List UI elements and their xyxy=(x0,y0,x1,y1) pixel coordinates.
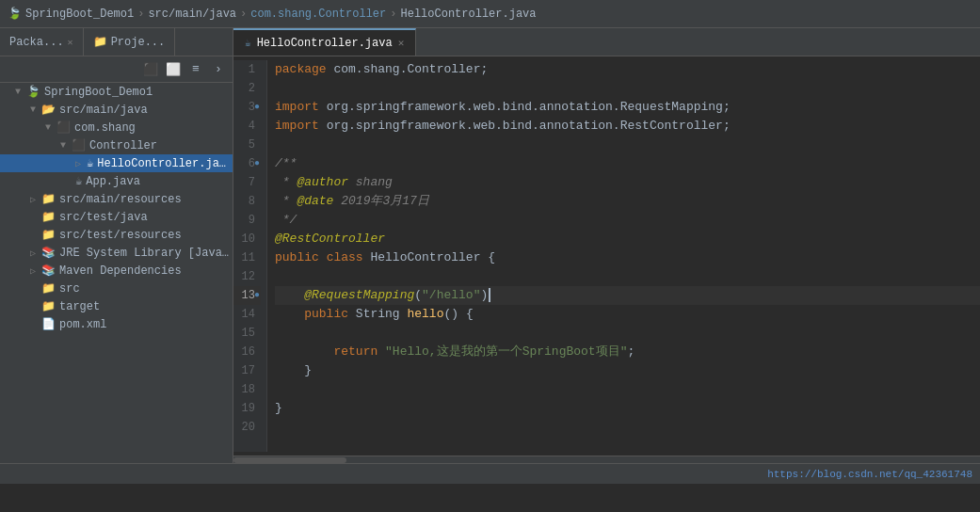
tree-item-src-test-resources[interactable]: 📁 src/test/resources xyxy=(0,226,233,244)
code-line-15 xyxy=(275,324,980,343)
code-line-19: } xyxy=(275,399,980,418)
editor-tab-label: HelloController.java xyxy=(257,37,393,50)
sidebar-tab-project-icon: 📁 xyxy=(93,35,107,49)
editor-tab-bar: ☕ HelloController.java ✕ xyxy=(233,28,980,56)
java-file-icon-2: ☕ xyxy=(75,174,82,188)
code-line-20 xyxy=(275,418,980,437)
status-bar: https://blog.csdn.net/qq_42361748 xyxy=(0,463,980,484)
folder-icon-2: 📁 xyxy=(41,210,56,224)
tree-item-src[interactable]: 📁 src xyxy=(0,280,233,297)
code-line-8: * @date 2019年3月17日 xyxy=(275,192,980,211)
tree-item-controller[interactable]: ▼ ⬛ Controller xyxy=(0,136,233,154)
code-line-3: ●import org.springframework.web.bind.ann… xyxy=(275,98,980,117)
tree-item-root[interactable]: ▼ 🍃 SpringBoot_Demo1 xyxy=(0,83,233,101)
code-line-10: @RestController xyxy=(275,230,980,248)
editor-tab-hello[interactable]: ☕ HelloController.java ✕ xyxy=(233,28,416,56)
tree-item-app[interactable]: ☕ App.java xyxy=(0,172,233,190)
code-line-18 xyxy=(275,380,980,399)
folder-icon-3: 📁 xyxy=(41,228,56,242)
package-icon-2: ⬛ xyxy=(72,138,86,152)
tab-java-icon: ☕ xyxy=(245,37,251,49)
scroll-thumb[interactable] xyxy=(233,457,346,463)
sidebar-tab-packages-close[interactable]: ✕ xyxy=(68,37,73,48)
code-line-11: public class HelloController { xyxy=(275,248,980,267)
spring-icon: 🍃 xyxy=(26,85,40,99)
sidebar-toolbar: ⬛ ⬜ ≡ › xyxy=(0,56,233,83)
code-line-1: package com.shang.Controller; xyxy=(275,60,980,79)
package-icon: ⬛ xyxy=(56,120,71,135)
horizontal-scrollbar[interactable] xyxy=(233,456,980,463)
code-line-13: ● @RequestMapping("/hello") xyxy=(275,286,980,305)
code-content[interactable]: 1 2 3 4 5 6 7 8 9 10 11 12 13 14 15 16 1… xyxy=(233,56,980,456)
tree-item-jre[interactable]: ▷ 📚 JRE System Library [JavaSE-1 xyxy=(0,244,233,262)
code-lines[interactable]: package com.shang.Controller; ●import or… xyxy=(267,60,980,452)
breadcrumb-icon: 🍃 xyxy=(8,7,22,21)
sidebar-tab-packages[interactable]: Packa... ✕ xyxy=(0,28,84,56)
folder-open-icon: 📂 xyxy=(41,103,56,117)
toolbar-sync-btn[interactable]: ⬛ xyxy=(140,59,161,80)
code-line-17: } xyxy=(275,361,980,380)
main-layout: Packa... ✕ 📁 Proje... ⬛ ⬜ ≡ › ▼ 🍃 Spring… xyxy=(0,28,980,463)
code-line-6: ●/** xyxy=(275,154,980,173)
code-editor[interactable]: ☕ HelloController.java ✕ 1 2 3 4 5 6 7 8… xyxy=(233,28,980,463)
tree-item-pom[interactable]: 📄 pom.xml xyxy=(0,315,233,333)
sidebar-tabs: Packa... ✕ 📁 Proje... xyxy=(0,28,233,56)
folder-icon-5: 📁 xyxy=(41,299,56,313)
folder-icon-4: 📁 xyxy=(41,281,56,296)
line-numbers: 1 2 3 4 5 6 7 8 9 10 11 12 13 14 15 16 1… xyxy=(233,60,267,452)
code-line-14: public String hello() { xyxy=(275,305,980,324)
toolbar-arrow-btn[interactable]: › xyxy=(208,59,229,80)
code-line-4: import org.springframework.web.bind.anno… xyxy=(275,117,980,136)
breadcrumb-src[interactable]: src/main/java xyxy=(148,8,236,21)
java-file-icon: ☕ xyxy=(87,156,93,170)
breadcrumb-project[interactable]: SpringBoot_Demo1 xyxy=(25,8,134,21)
tree-item-com-shang[interactable]: ▼ ⬛ com.shang xyxy=(0,119,233,136)
tree-item-maven[interactable]: ▷ 📚 Maven Dependencies xyxy=(0,262,233,280)
breadcrumb-package[interactable]: com.shang.Controller xyxy=(250,8,386,21)
code-line-2 xyxy=(275,79,980,98)
tree-item-target[interactable]: 📁 target xyxy=(0,297,233,315)
code-line-5 xyxy=(275,136,980,154)
code-line-7: * @author shang xyxy=(275,173,980,192)
editor-tab-close[interactable]: ✕ xyxy=(398,37,405,49)
maven-icon: 📚 xyxy=(41,264,56,278)
xml-icon: 📄 xyxy=(41,317,56,331)
folder-icon: 📁 xyxy=(41,192,56,206)
toolbar-menu-btn[interactable]: ≡ xyxy=(185,59,206,80)
tree-item-src-main-resources[interactable]: ▷ 📁 src/main/resources xyxy=(0,190,233,208)
watermark: https://blog.csdn.net/qq_42361748 xyxy=(767,469,972,480)
sidebar-tab-packages-label: Packa... xyxy=(9,36,64,49)
tree-item-src-test-java[interactable]: 📁 src/test/java xyxy=(0,208,233,226)
code-line-9: */ xyxy=(275,211,980,230)
file-tree: ▼ 🍃 SpringBoot_Demo1 ▼ 📂 src/main/java ▼… xyxy=(0,83,233,333)
sidebar-tab-project-label: Proje... xyxy=(111,36,166,49)
code-line-16: return "Hello,这是我的第一个SpringBoot项目"; xyxy=(275,343,980,361)
lib-icon: 📚 xyxy=(41,246,56,260)
toolbar-collapse-btn[interactable]: ⬜ xyxy=(163,59,184,80)
sidebar: Packa... ✕ 📁 Proje... ⬛ ⬜ ≡ › ▼ 🍃 Spring… xyxy=(0,28,233,463)
breadcrumb-bar: 🍃 SpringBoot_Demo1 › src/main/java › com… xyxy=(0,0,980,28)
sidebar-tab-project[interactable]: 📁 Proje... xyxy=(84,28,176,56)
tree-item-src-main-java[interactable]: ▼ 📂 src/main/java xyxy=(0,101,233,119)
code-line-12 xyxy=(275,267,980,286)
breadcrumb-file[interactable]: HelloController.java xyxy=(400,8,536,21)
tree-item-hello-controller[interactable]: ▷ ☕ HelloController.java xyxy=(0,154,233,172)
